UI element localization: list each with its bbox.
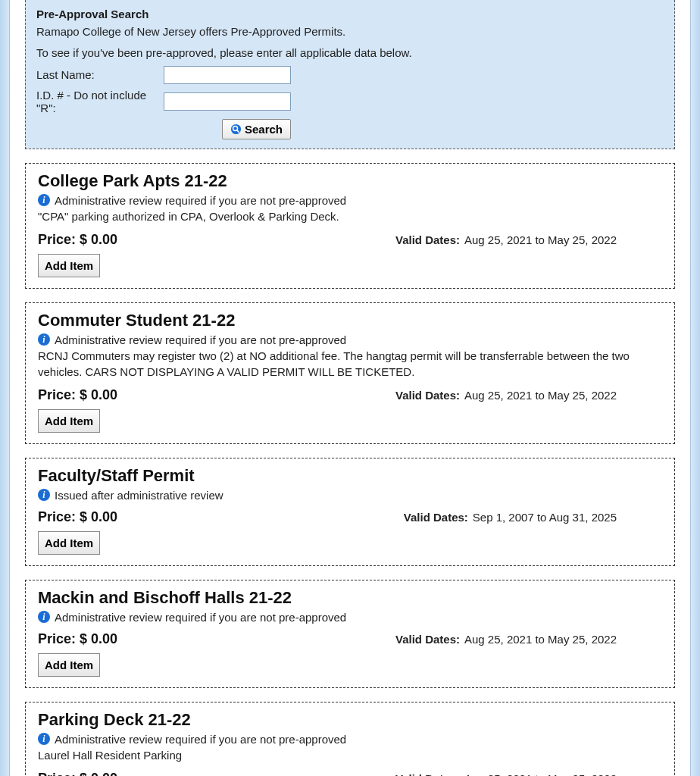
- price-label: Price:: [38, 232, 76, 247]
- permit-info-line: i Administrative review required if you …: [38, 194, 662, 207]
- price-value: $ 0.00: [80, 771, 117, 777]
- valid-dates-label: Valid Dates:: [404, 511, 468, 524]
- search-desc-1: Ramapo College of New Jersey offers Pre-…: [36, 23, 664, 40]
- valid-dates-block: Valid Dates: Aug 25, 2021 to May 25, 202…: [395, 233, 617, 246]
- permit-description: RCNJ Commuters may register two (2) at N…: [38, 348, 662, 380]
- permit-info-text: Administrative review required if you ar…: [55, 611, 346, 624]
- info-icon: i: [38, 194, 50, 206]
- permit-info-line: i Administrative review required if you …: [38, 733, 662, 746]
- permit-title: Mackin and Bischoff Halls 21-22: [38, 588, 662, 608]
- add-item-button[interactable]: Add Item: [38, 409, 100, 433]
- info-icon: i: [38, 733, 50, 745]
- permit-title: Commuter Student 21-22: [38, 311, 662, 330]
- id-label: I.D. # - Do not include "R":: [36, 89, 164, 114]
- permit-title: College Park Apts 21-22: [38, 171, 662, 191]
- permit-card: Faculty/Staff Permit i Issued after admi…: [25, 458, 675, 566]
- price-label: Price:: [38, 771, 76, 777]
- permit-price: Price: $ 0.00: [38, 509, 117, 525]
- info-icon: i: [38, 611, 50, 623]
- valid-dates-value: Aug 25, 2021 to May 25, 2022: [464, 772, 617, 777]
- valid-dates-block: Valid Dates: Aug 25, 2021 to May 25, 202…: [395, 772, 617, 777]
- search-icon: [230, 124, 242, 135]
- permit-title: Faculty/Staff Permit: [38, 466, 662, 486]
- add-item-button[interactable]: Add Item: [38, 653, 100, 677]
- permit-card: Commuter Student 21-22 i Administrative …: [25, 302, 675, 444]
- price-label: Price:: [38, 387, 76, 402]
- lastname-row: Last Name:: [36, 66, 664, 84]
- permit-description: Laurel Hall Resident Parking: [38, 747, 662, 763]
- add-item-button[interactable]: Add Item: [38, 531, 100, 555]
- permit-info-text: Administrative review required if you ar…: [55, 333, 346, 346]
- permit-card: Mackin and Bischoff Halls 21-22 i Admini…: [25, 580, 675, 688]
- permit-card: College Park Apts 21-22 i Administrative…: [25, 163, 675, 289]
- valid-dates-block: Valid Dates: Aug 25, 2021 to May 25, 202…: [395, 633, 617, 646]
- info-icon: i: [38, 333, 50, 346]
- valid-dates-label: Valid Dates:: [395, 772, 460, 777]
- valid-dates-block: Valid Dates: Aug 25, 2021 to May 25, 202…: [395, 389, 617, 402]
- permit-info-text: Administrative review required if you ar…: [55, 733, 346, 746]
- search-title: Pre-Approval Search: [36, 8, 664, 20]
- price-label: Price:: [38, 631, 76, 646]
- valid-dates-label: Valid Dates:: [395, 233, 460, 246]
- permit-info-line: i Issued after administrative review: [38, 489, 662, 502]
- info-icon: i: [38, 489, 50, 501]
- permit-price: Price: $ 0.00: [38, 387, 117, 403]
- valid-dates-value: Aug 25, 2021 to May 25, 2022: [464, 233, 617, 246]
- valid-dates-value: Aug 25, 2021 to May 25, 2022: [464, 633, 617, 646]
- preapproval-search-panel: Pre-Approval Search Ramapo College of Ne…: [25, 0, 675, 149]
- valid-dates-label: Valid Dates:: [395, 633, 460, 646]
- permit-price: Price: $ 0.00: [38, 232, 117, 248]
- price-value: $ 0.00: [80, 232, 117, 247]
- permit-title: Parking Deck 21-22: [38, 710, 662, 730]
- search-desc-2: To see if you've been pre-approved, plea…: [36, 45, 664, 61]
- price-value: $ 0.00: [80, 631, 117, 646]
- permit-info-text: Issued after administrative review: [55, 489, 223, 502]
- valid-dates-label: Valid Dates:: [395, 389, 460, 402]
- valid-dates-value: Sep 1, 2007 to Aug 31, 2025: [473, 511, 617, 524]
- add-item-button[interactable]: Add Item: [38, 254, 100, 277]
- price-value: $ 0.00: [80, 509, 117, 524]
- svg-point-0: [231, 124, 241, 133]
- permit-info-text: Administrative review required if you ar…: [55, 194, 346, 207]
- permit-card: Parking Deck 21-22 i Administrative revi…: [25, 702, 675, 777]
- price-label: Price:: [38, 509, 76, 524]
- id-input[interactable]: [164, 92, 291, 111]
- search-button-label: Search: [245, 123, 283, 136]
- permit-price: Price: $ 0.00: [38, 771, 117, 777]
- id-row: I.D. # - Do not include "R":: [36, 89, 664, 114]
- price-value: $ 0.00: [80, 387, 117, 402]
- permit-info-line: i Administrative review required if you …: [38, 333, 662, 346]
- permit-price: Price: $ 0.00: [38, 631, 117, 647]
- permit-description: "CPA" parking authorized in CPA, Overloo…: [38, 208, 662, 224]
- search-button[interactable]: Search: [222, 119, 291, 139]
- valid-dates-value: Aug 25, 2021 to May 25, 2022: [464, 389, 617, 402]
- lastname-label: Last Name:: [36, 68, 164, 81]
- lastname-input[interactable]: [164, 66, 291, 84]
- permit-info-line: i Administrative review required if you …: [38, 611, 662, 624]
- valid-dates-block: Valid Dates: Sep 1, 2007 to Aug 31, 2025: [404, 511, 617, 524]
